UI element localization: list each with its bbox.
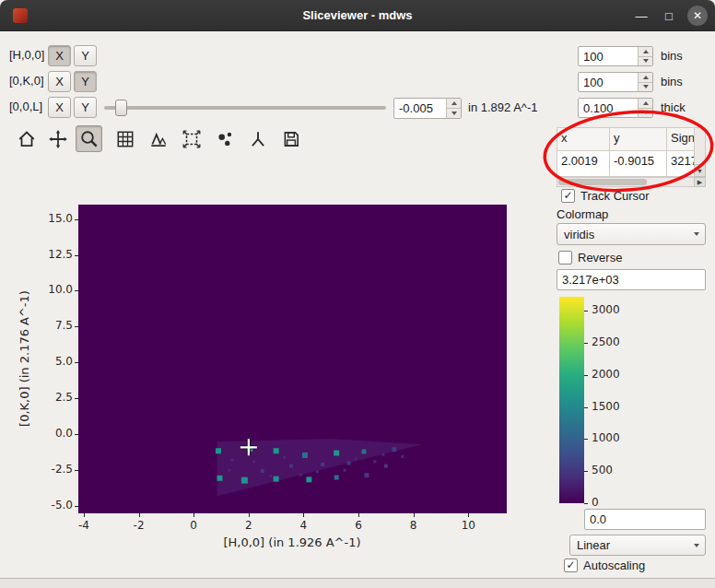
scale-min-value: 0.0 — [585, 510, 705, 529]
y-axis-label: [0,K,0] (in 2.176 A^-1) — [18, 290, 31, 427]
colorbar-tick-mark — [584, 311, 588, 312]
spin-up-icon[interactable] — [447, 99, 461, 109]
x-tick-label: 2 — [245, 519, 252, 532]
colorbar-tick-label: 2000 — [592, 368, 620, 381]
slice-slider-groove[interactable] — [104, 106, 386, 110]
titlebar[interactable]: Sliceviewer - mdws — □ ✕ — [0, 0, 715, 31]
save-button[interactable] — [277, 125, 304, 152]
table-scroll-down-icon[interactable]: ▼ — [694, 164, 706, 177]
dim-0k0-x-toggle[interactable]: X — [48, 71, 71, 92]
track-cursor-checkbox[interactable] — [561, 189, 575, 203]
home-button[interactable] — [13, 125, 40, 152]
close-button[interactable]: ✕ — [687, 6, 708, 26]
colormap-combobox[interactable]: viridis — [557, 223, 706, 245]
window-title: Sliceviewer - mdws — [0, 8, 715, 22]
thickness-label: thick — [661, 97, 686, 119]
dim-0k0-y-toggle[interactable]: Y — [74, 71, 97, 92]
chevron-down-icon — [688, 544, 705, 547]
x-tick-label: 0 — [190, 519, 197, 532]
line-plots-button[interactable] — [145, 125, 171, 152]
table-scroll-right-icon[interactable]: ▶ — [694, 177, 706, 187]
reverse-checkbox[interactable] — [558, 251, 572, 265]
scale-max-value: 3.217e+03 — [557, 270, 705, 289]
nonorthogonal-axes-icon — [248, 129, 268, 149]
h00-bins-value: 100 — [579, 47, 638, 66]
slice-unit-text: in 1.892 A^-1 — [468, 97, 538, 119]
normalization-combobox[interactable]: Linear — [569, 535, 706, 556]
spin-up-icon[interactable] — [639, 73, 652, 83]
colorbar-tick-mark — [584, 343, 588, 344]
scale-min-input[interactable]: 0.0 — [584, 509, 706, 530]
minimize-button[interactable]: — — [632, 9, 651, 23]
track-cursor-checkbox-row[interactable]: Track Cursor — [561, 189, 650, 203]
table-vertical-scrollbar[interactable] — [694, 127, 706, 165]
pan-button[interactable] — [44, 125, 71, 152]
y-tick-label: 12.5 — [39, 248, 73, 261]
colorbar-tick-label: 1500 — [592, 400, 620, 413]
zoom-icon — [79, 129, 100, 149]
h00-bins-spinbox[interactable]: 100 — [578, 46, 653, 66]
table-horizontal-scrollbar[interactable] — [557, 177, 695, 187]
y-tick-label: 10.0 — [39, 283, 73, 296]
colormap-selected: viridis — [557, 228, 688, 241]
slice-value-spinbox[interactable]: -0.005 — [393, 98, 462, 119]
x-tick-mark — [84, 513, 85, 517]
h00-bins-label: bins — [661, 45, 683, 67]
0k0-bins-spin-buttons[interactable] — [638, 73, 652, 91]
thickness-spinbox[interactable]: 0.100 — [578, 98, 653, 118]
slice-slider-handle[interactable] — [115, 100, 127, 116]
dim-label-00l: [0,0,L] — [9, 96, 42, 118]
colorbar-tick-mark — [584, 439, 588, 440]
spin-down-icon[interactable] — [447, 109, 461, 118]
home-icon — [17, 129, 37, 149]
grid-button[interactable] — [111, 125, 138, 152]
dim-h00-y-toggle[interactable]: Y — [74, 45, 97, 66]
x-tick-mark — [249, 513, 250, 517]
spin-up-icon[interactable] — [639, 47, 652, 57]
track-cursor-label: Track Cursor — [580, 189, 650, 203]
x-tick-label: 8 — [410, 519, 417, 532]
dim-00l-y-toggle[interactable]: Y — [74, 97, 97, 118]
spin-up-icon[interactable] — [639, 99, 652, 109]
autoscaling-checkbox[interactable] — [564, 559, 578, 572]
colorbar-tick-mark — [584, 375, 588, 376]
y-tick-label: 7.5 — [39, 319, 73, 332]
x-tick-mark — [414, 513, 415, 517]
spin-down-icon[interactable] — [639, 83, 652, 92]
y-tick-label: 15.0 — [39, 212, 73, 225]
scale-max-input[interactable]: 3.217e+03 — [557, 269, 706, 290]
thickness-spin-buttons[interactable] — [638, 99, 652, 117]
colorbar-tick-label: 2500 — [592, 335, 620, 348]
spin-down-icon[interactable] — [639, 109, 652, 118]
pan-icon — [48, 129, 68, 149]
x-tick-label: 4 — [300, 519, 308, 532]
colormap-label: Colormap — [557, 207, 608, 221]
dim-h00-x-toggle[interactable]: X — [48, 45, 71, 66]
x-axis-label: [H,0,0] (in 1.926 A^-1) — [154, 535, 430, 549]
colorbar-tick-mark — [584, 471, 588, 472]
thickness-value: 0.100 — [579, 99, 638, 118]
slice-plot-canvas[interactable] — [78, 205, 507, 513]
zoom-button[interactable] — [76, 125, 102, 152]
autoscaling-checkbox-row[interactable]: Autoscaling — [564, 559, 645, 572]
0k0-bins-value: 100 — [579, 73, 638, 92]
save-icon — [281, 129, 301, 149]
peaks-overlay-button[interactable] — [211, 125, 238, 152]
colorbar[interactable] — [559, 297, 584, 503]
dim-label-0k0: [0,K,0] — [9, 70, 44, 92]
line-plots-icon — [148, 129, 169, 149]
y-tick-label: 0.0 — [39, 427, 73, 440]
table-cell-x: 2.0019 — [557, 150, 610, 177]
y-tick-label: 2.5 — [39, 391, 73, 404]
table-hscroll-handle[interactable] — [558, 179, 647, 185]
nonorthogonal-axes-button[interactable] — [244, 125, 271, 152]
maximize-button[interactable]: □ — [660, 9, 678, 23]
table-header-signal: Signal — [666, 127, 695, 151]
0k0-bins-spinbox[interactable]: 100 — [578, 72, 653, 92]
region-selection-button[interactable] — [178, 125, 205, 152]
dim-00l-x-toggle[interactable]: X — [48, 97, 71, 118]
h00-bins-spin-buttons[interactable] — [638, 47, 652, 65]
reverse-checkbox-row[interactable]: Reverse — [558, 251, 622, 265]
slice-spin-buttons[interactable] — [446, 99, 461, 118]
spin-down-icon[interactable] — [639, 57, 652, 66]
